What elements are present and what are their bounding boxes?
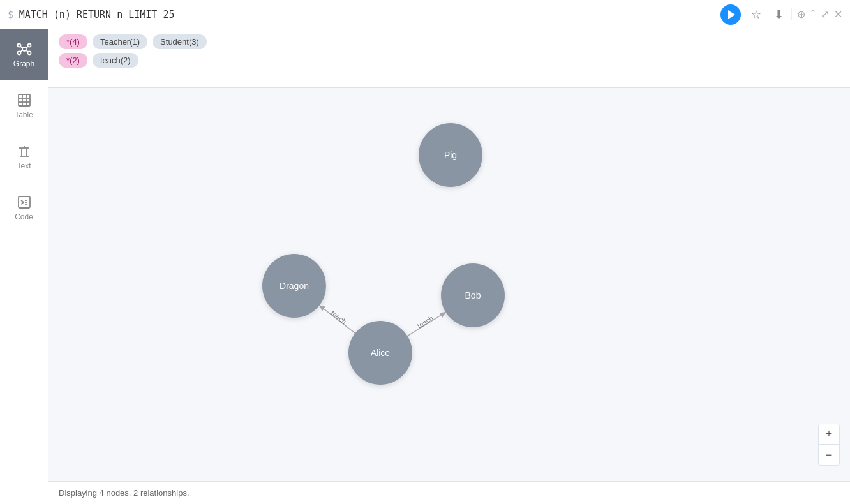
graph-node-pig[interactable]: Pig [419, 123, 482, 187]
svg-rect-19 [19, 196, 30, 208]
zoom-out-button[interactable]: − [819, 445, 839, 465]
svg-line-27 [319, 306, 355, 334]
status-text: Displaying 4 nodes, 2 relationships. [59, 488, 190, 498]
edge-filter-row: *(2) teach(2) [59, 53, 840, 68]
expand-button[interactable]: ⤢ [821, 8, 829, 20]
close-button[interactable]: ✕ [834, 8, 842, 20]
svg-line-21 [21, 202, 24, 204]
svg-point-1 [17, 43, 20, 47]
svg-point-4 [27, 51, 31, 54]
run-button[interactable] [720, 4, 741, 25]
sidebar-item-code[interactable]: Code [0, 182, 48, 233]
top-bar: $ MATCH (n) RETURN n LIMIT 25 ☆ ⬇ ⊕ ˄ ⤢ … [0, 0, 850, 29]
minimize-button[interactable]: ˄ [810, 8, 816, 20]
edge-badge-all[interactable]: *(2) [59, 53, 87, 68]
favorite-button[interactable]: ☆ [749, 5, 764, 24]
svg-point-2 [27, 43, 31, 47]
graph-area: teachteach PigDragonAliceBob [48, 88, 850, 481]
graph-node-alice[interactable]: Alice [348, 321, 412, 385]
graph-node-dragon[interactable]: Dragon [262, 254, 326, 318]
status-bar: Displaying 4 nodes, 2 relationships. [48, 481, 850, 504]
zoom-in-button[interactable]: + [819, 424, 839, 445]
svg-line-6 [26, 46, 27, 48]
svg-text:teach: teach [416, 314, 435, 329]
download-button[interactable]: ⬇ [772, 5, 786, 24]
pin-button[interactable]: ⊕ [797, 8, 805, 20]
node-filter-row: *(4) Teacher(1) Student(3) [59, 34, 840, 49]
graph-node-bob[interactable]: Bob [441, 263, 505, 327]
left-sidebar: Graph Table Text [0, 29, 48, 504]
node-badge-all[interactable]: *(4) [59, 34, 87, 49]
svg-point-0 [22, 47, 26, 51]
svg-rect-9 [19, 94, 30, 106]
filter-bar: *(4) Teacher(1) Student(3) *(2) teach(2) [48, 29, 850, 88]
sidebar-item-table[interactable]: Table [0, 80, 48, 131]
query-text: MATCH (n) RETURN n LIMIT 25 [19, 9, 715, 20]
sidebar-item-graph[interactable]: Graph [0, 29, 48, 80]
zoom-controls: + − [818, 424, 840, 466]
sidebar-item-text[interactable]: Text [0, 131, 48, 182]
node-badge-teacher[interactable]: Teacher(1) [93, 34, 147, 49]
sidebar-label-text: Text [17, 161, 31, 170]
svg-text:teach: teach [330, 309, 348, 325]
svg-line-8 [26, 50, 27, 52]
svg-line-5 [20, 46, 22, 48]
svg-line-29 [407, 312, 445, 336]
edge-badge-teach[interactable]: teach(2) [93, 53, 138, 68]
sidebar-label-graph: Graph [13, 59, 34, 68]
svg-line-7 [20, 50, 22, 52]
sidebar-label-code: Code [15, 212, 33, 221]
svg-point-3 [17, 51, 20, 54]
node-badge-student[interactable]: Student(3) [153, 34, 207, 49]
query-dollar: $ [8, 8, 14, 20]
sidebar-label-table: Table [15, 110, 33, 119]
